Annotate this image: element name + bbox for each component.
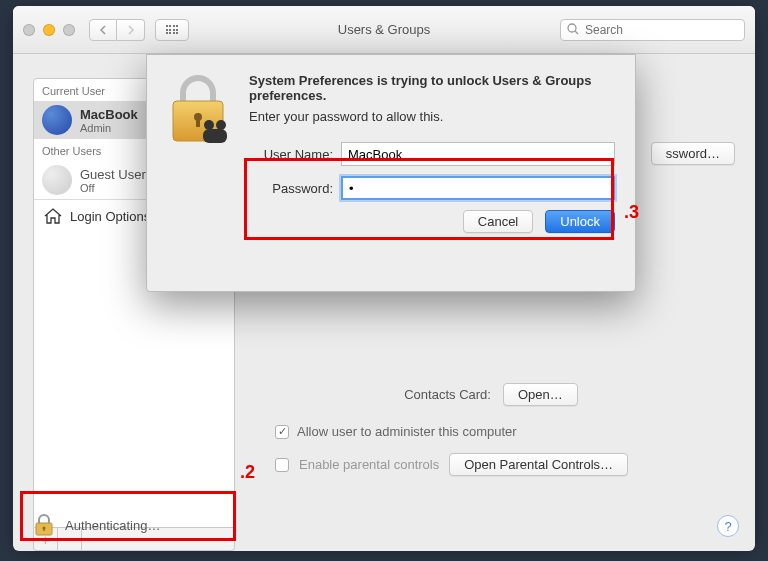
back-button[interactable] (89, 19, 117, 41)
minimize-icon[interactable] (43, 24, 55, 36)
avatar (42, 105, 72, 135)
login-options-label: Login Options (70, 209, 150, 224)
password-row: Password: (249, 176, 615, 200)
username-input[interactable] (341, 142, 615, 166)
parental-checkbox[interactable] (275, 458, 289, 472)
unlock-button[interactable]: Unlock (545, 210, 615, 233)
dialog-body: System Preferences is trying to unlock U… (249, 73, 615, 277)
nav-buttons (89, 19, 145, 41)
svg-point-0 (568, 24, 576, 32)
change-password-button[interactable]: ssword… (651, 142, 735, 165)
admin-checkbox-label: Allow user to administer this computer (297, 424, 517, 439)
annotation-label-3: .3 (624, 202, 639, 223)
user-name: Guest User (80, 167, 146, 182)
avatar (42, 165, 72, 195)
svg-line-1 (575, 31, 578, 34)
titlebar: Users & Groups (13, 6, 755, 54)
house-icon (44, 208, 62, 224)
search-wrap (560, 19, 745, 41)
svg-point-8 (204, 120, 214, 130)
admin-checkbox[interactable] (275, 425, 289, 439)
password-input[interactable] (341, 176, 615, 200)
user-role: Off (80, 182, 146, 194)
dialog-buttons: Cancel Unlock (249, 210, 615, 233)
preferences-window: Users & Groups Current User MacBook Admi… (13, 6, 755, 551)
contacts-label: Contacts Card: (404, 387, 491, 402)
lock-text: Authenticating… (65, 518, 160, 533)
show-all-button[interactable] (155, 19, 189, 41)
user-info: Guest User Off (80, 167, 146, 194)
open-parental-button[interactable]: Open Parental Controls… (449, 453, 628, 476)
svg-rect-10 (203, 129, 227, 143)
forward-button[interactable] (117, 19, 145, 41)
cancel-button[interactable]: Cancel (463, 210, 533, 233)
parental-row: Enable parental controls Open Parental C… (247, 453, 735, 476)
dialog-subtitle: Enter your password to allow this. (249, 109, 615, 124)
user-name: MacBook (80, 107, 138, 122)
username-row: User Name: (249, 142, 615, 166)
admin-checkbox-row: Allow user to administer this computer (247, 424, 735, 439)
lock-icon (33, 513, 55, 537)
help-button[interactable]: ? (717, 515, 739, 537)
svg-rect-4 (43, 528, 44, 531)
user-info: MacBook Admin (80, 107, 138, 134)
dialog-lock-icon (165, 73, 231, 277)
traffic-lights (23, 24, 75, 36)
user-role: Admin (80, 122, 138, 134)
parental-label: Enable parental controls (299, 457, 439, 472)
contacts-row: Contacts Card: Open… (247, 383, 735, 406)
svg-rect-7 (196, 117, 200, 127)
zoom-icon[interactable] (63, 24, 75, 36)
search-icon (566, 22, 580, 36)
open-contacts-button[interactable]: Open… (503, 383, 578, 406)
search-input[interactable] (560, 19, 745, 41)
annotation-label-2: .2 (240, 462, 255, 483)
close-icon[interactable] (23, 24, 35, 36)
username-label: User Name: (249, 147, 341, 162)
lock-bar[interactable]: Authenticating… (33, 513, 160, 537)
auth-dialog: System Preferences is trying to unlock U… (146, 54, 636, 292)
dialog-title: System Preferences is trying to unlock U… (249, 73, 615, 103)
svg-point-9 (216, 120, 226, 130)
grid-icon (166, 25, 179, 34)
password-label: Password: (249, 181, 341, 196)
